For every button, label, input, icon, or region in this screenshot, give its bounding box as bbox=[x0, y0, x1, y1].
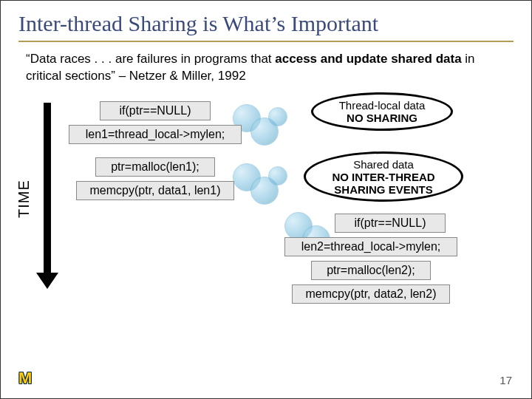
slide: Inter-thread Sharing is What’s Important… bbox=[0, 0, 532, 399]
logo-icon: M bbox=[18, 369, 32, 388]
quote-pre: “Data races . . . are failures in progra… bbox=[26, 52, 275, 66]
code-t2-malloc: ptr=malloc(len2); bbox=[311, 261, 431, 280]
time-label: TIME bbox=[16, 180, 33, 218]
code-t1-if: if(ptr==NULL) bbox=[100, 101, 211, 120]
blob-icon bbox=[268, 166, 287, 185]
callout1-line1: Thread-local data bbox=[321, 99, 443, 112]
blob-group-2 bbox=[233, 160, 307, 212]
callout1-line2: NO SHARING bbox=[321, 112, 443, 124]
title-underline bbox=[18, 41, 514, 42]
blob-group-1 bbox=[233, 100, 307, 151]
time-arrow-line bbox=[44, 103, 51, 274]
page-title: Inter-thread Sharing is What’s Important bbox=[18, 11, 514, 36]
callout-shared: Shared data NO INTER-THREAD SHARING EVEN… bbox=[304, 151, 463, 202]
code-t1-len: len1=thread_local->mylen; bbox=[69, 125, 242, 144]
quote-bold: access and update shared data bbox=[275, 52, 461, 66]
code-t2-memcpy: memcpy(ptr, data2, len2) bbox=[292, 284, 450, 304]
diagram-area: TIME if(ptr==NULL) len1=thread_local->my… bbox=[18, 95, 514, 339]
page-number: 17 bbox=[499, 374, 512, 386]
code-t2-len: len2=thread_local->mylen; bbox=[284, 237, 457, 256]
code-t1-malloc: ptr=malloc(len1); bbox=[95, 157, 215, 177]
blob-icon bbox=[268, 107, 287, 126]
callout2-line2a: NO INTER-THREAD bbox=[313, 171, 454, 183]
quote-text: “Data races . . . are failures in progra… bbox=[26, 51, 509, 85]
callout-threadlocal: Thread-local data NO SHARING bbox=[311, 92, 453, 131]
callout2-line1: Shared data bbox=[313, 158, 454, 171]
time-axis: TIME bbox=[21, 100, 54, 292]
callout2-line2b: SHARING EVENTS bbox=[313, 183, 454, 196]
code-t1-memcpy: memcpy(ptr, data1, len1) bbox=[76, 181, 234, 200]
time-arrow-head bbox=[36, 273, 58, 289]
code-t2-if: if(ptr==NULL) bbox=[335, 214, 446, 233]
